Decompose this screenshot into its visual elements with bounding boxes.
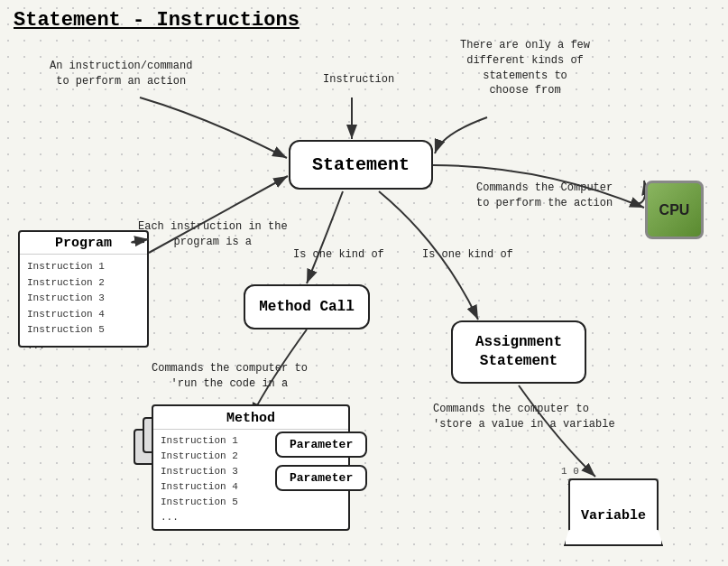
program-title: Program [20,232,147,255]
param-box-2: Parameter [275,465,367,491]
few-kinds-label: There are only a fewdifferent kinds ofst… [460,38,590,98]
variable-trapezoid [564,530,663,546]
commands-computer-label: Commands the Computerto perform the acti… [476,181,613,211]
method-call-node: Method Call [244,284,370,329]
program-box: Program Instruction 1 Instruction 2 Inst… [18,230,149,348]
is-one-kind-1-label: Is one kind of [293,247,384,263]
method-title: Method [153,406,348,430]
statement-node: Statement [289,140,433,190]
instruction-label: Instruction [323,72,394,88]
cpu-icon [645,181,704,239]
is-one-kind-2-label: Is one kind of [422,247,513,263]
param-box-1: Parameter [275,431,367,458]
method-lines: Instruction 1 Instruction 2 Instruction … [153,430,253,529]
instruction-def-label: An instruction/commandto perform an acti… [50,59,192,89]
commands-store-label: Commands the computer to'store a value i… [433,402,615,432]
program-lines: Instruction 1 Instruction 2 Instruction … [20,255,147,359]
parameter-boxes: Parameter Parameter [275,431,367,498]
variable-box: Variable [568,478,659,533]
assignment-node: Assignment Statement [451,320,586,384]
commands-run-label: Commands the computer to'run the code in… [152,361,308,392]
each-instruction-label: Each instruction in theprogram is a [138,219,288,250]
page-title: Statement - Instructions [14,9,299,32]
